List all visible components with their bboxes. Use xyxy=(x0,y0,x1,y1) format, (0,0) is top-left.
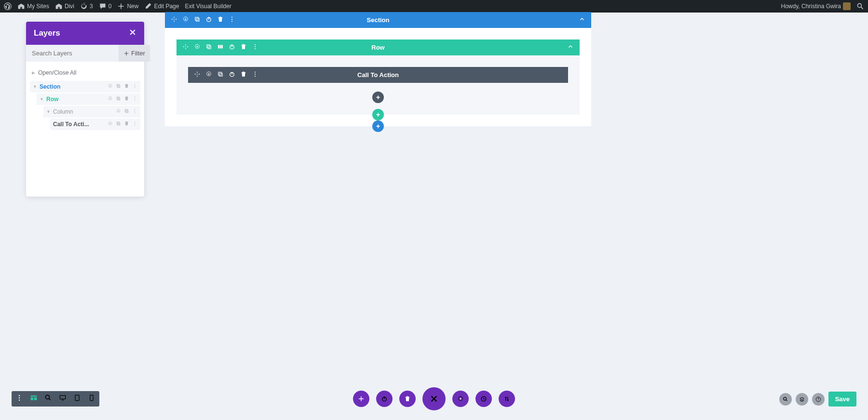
power-button[interactable] xyxy=(376,391,393,407)
layer-label: Call To Acti... xyxy=(53,121,108,128)
layers-close-icon[interactable] xyxy=(129,28,136,38)
columns-icon[interactable] xyxy=(217,43,224,52)
phone-icon[interactable] xyxy=(88,394,95,404)
duplicate-icon[interactable] xyxy=(116,121,121,128)
section-wrap: Section Row xyxy=(165,12,591,126)
save-toolbar: Save xyxy=(779,392,856,407)
exit-vb-link[interactable]: Exit Visual Builder xyxy=(185,3,231,10)
gear-icon[interactable] xyxy=(108,83,113,90)
close-builder-button[interactable] xyxy=(422,387,446,410)
trash-icon[interactable] xyxy=(217,16,224,24)
gear-icon[interactable] xyxy=(108,96,113,103)
caret-icon[interactable]: ▼ xyxy=(46,109,51,114)
gear-icon[interactable] xyxy=(205,71,212,79)
updates-count: 3 xyxy=(90,3,93,10)
section-bar[interactable]: Section xyxy=(165,12,591,28)
view-toolbar xyxy=(12,391,99,407)
layer-section[interactable]: ▼ Section xyxy=(30,81,140,92)
power-icon[interactable] xyxy=(229,71,235,79)
save-button[interactable]: Save xyxy=(828,392,856,407)
admin-search-icon[interactable] xyxy=(856,2,864,10)
more-icon[interactable] xyxy=(229,16,235,24)
updates-link[interactable]: 3 xyxy=(80,2,93,10)
add-row-button[interactable]: + xyxy=(372,109,384,120)
more-icon[interactable] xyxy=(252,43,258,52)
new-link[interactable]: New xyxy=(117,2,138,10)
edit-page-label: Edit Page xyxy=(154,3,179,10)
gear-icon[interactable] xyxy=(116,108,121,115)
caret-icon[interactable]: ▼ xyxy=(40,97,44,102)
my-sites-link[interactable]: My Sites xyxy=(17,2,49,10)
move-icon[interactable] xyxy=(182,43,189,52)
filter-label: Filter xyxy=(131,50,145,57)
move-icon[interactable] xyxy=(171,16,177,24)
layers-search-input[interactable] xyxy=(26,45,119,62)
power-icon[interactable] xyxy=(205,16,212,24)
wireframe-icon[interactable] xyxy=(30,394,38,404)
layers-header: Layers xyxy=(26,22,144,45)
row-wrap: Row Call To Action xyxy=(176,39,580,115)
duplicate-icon[interactable] xyxy=(217,71,224,79)
zoom-icon[interactable] xyxy=(44,394,52,404)
trash-button[interactable] xyxy=(399,391,416,407)
builder-canvas: Section Row xyxy=(165,12,591,126)
section-title: Section xyxy=(367,16,390,24)
power-icon[interactable] xyxy=(229,43,235,52)
layers-filter-button[interactable]: Filter xyxy=(119,45,150,62)
row-bar[interactable]: Row xyxy=(176,39,580,55)
layer-row[interactable]: ▼ Row xyxy=(37,93,140,105)
more-icon[interactable] xyxy=(132,83,137,90)
site-name-link[interactable]: Divi xyxy=(55,2,74,10)
trash-icon[interactable] xyxy=(240,71,247,79)
duplicate-icon[interactable] xyxy=(205,43,212,52)
collapse-icon[interactable] xyxy=(579,16,585,24)
comments-link[interactable]: 0 xyxy=(99,2,112,10)
save-label: Save xyxy=(835,395,850,403)
gear-icon[interactable] xyxy=(108,121,113,128)
gear-icon[interactable] xyxy=(182,16,189,24)
edit-page-link[interactable]: Edit Page xyxy=(144,2,179,10)
wp-admin-bar: My Sites Divi 3 0 New Edit Page Exit Vis… xyxy=(0,0,868,13)
avatar xyxy=(843,2,851,10)
wp-logo-icon[interactable] xyxy=(4,2,12,10)
duplicate-icon[interactable] xyxy=(116,96,121,103)
site-name-label: Divi xyxy=(65,3,74,10)
add-section-button[interactable]: + xyxy=(372,120,384,132)
layer-label: Section xyxy=(40,83,108,90)
trash-icon[interactable] xyxy=(124,121,129,128)
more-icon[interactable] xyxy=(132,121,137,128)
layer-module[interactable]: Call To Acti... xyxy=(50,118,140,130)
section-body: Row Call To Action xyxy=(165,28,591,126)
history-button[interactable] xyxy=(475,391,492,407)
layers-panel: Layers Filter ▶Open/Close All ▼ Section … xyxy=(26,22,144,197)
layers-button[interactable] xyxy=(796,393,808,406)
module-bar[interactable]: Call To Action xyxy=(188,67,568,83)
duplicate-icon[interactable] xyxy=(194,16,201,24)
more-icon[interactable] xyxy=(132,108,137,115)
trash-icon[interactable] xyxy=(124,83,129,90)
more-icon[interactable] xyxy=(252,71,258,79)
move-icon[interactable] xyxy=(194,71,201,79)
add-button[interactable] xyxy=(353,391,369,407)
layer-column[interactable]: ▼ Column xyxy=(43,106,140,118)
portability-button[interactable] xyxy=(499,391,515,407)
howdy-link[interactable]: Howdy, Christina Gwira xyxy=(781,2,851,10)
collapse-icon[interactable] xyxy=(567,43,574,52)
trash-icon[interactable] xyxy=(240,43,247,52)
duplicate-icon[interactable] xyxy=(124,108,129,115)
more-icon[interactable] xyxy=(132,96,137,103)
desktop-icon[interactable] xyxy=(59,394,67,404)
new-label: New xyxy=(127,3,138,10)
tablet-icon[interactable] xyxy=(73,394,81,404)
caret-icon[interactable]: ▼ xyxy=(33,84,38,89)
search-button[interactable] xyxy=(779,393,792,406)
gear-icon[interactable] xyxy=(194,43,201,52)
add-module-button[interactable]: + xyxy=(372,92,384,103)
open-close-all[interactable]: ▶Open/Close All xyxy=(30,66,140,81)
howdy-label: Howdy, Christina Gwira xyxy=(781,3,841,10)
settings-button[interactable] xyxy=(452,391,469,407)
trash-icon[interactable] xyxy=(124,96,129,103)
more-icon[interactable] xyxy=(15,394,23,404)
duplicate-icon[interactable] xyxy=(116,83,121,90)
help-button[interactable] xyxy=(812,393,825,406)
